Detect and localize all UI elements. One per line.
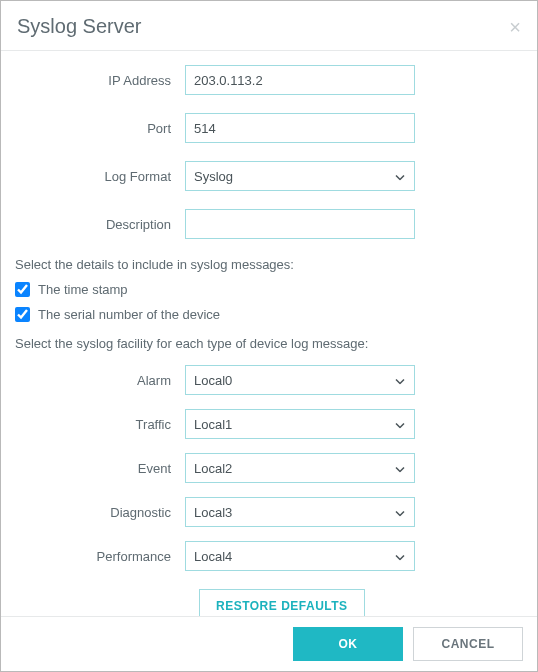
dialog-body: IP Address Port Log Format Syslog Descri… [1,51,537,616]
row-diagnostic: Diagnostic Local3 [15,497,523,527]
label-checkbox-timestamp: The time stamp [38,282,128,297]
select-log-format[interactable]: Syslog [185,161,415,191]
row-ip-address: IP Address [15,65,523,95]
row-port: Port [15,113,523,143]
dialog-footer: OK CANCEL [1,616,537,671]
label-event: Event [15,461,185,476]
spacer [15,589,199,616]
ok-button[interactable]: OK [293,627,403,661]
checkbox-serial[interactable] [15,307,30,322]
select-traffic[interactable]: Local1 [185,409,415,439]
syslog-server-dialog: Syslog Server × IP Address Port Log Form… [0,0,538,672]
label-alarm: Alarm [15,373,185,388]
row-performance: Performance Local4 [15,541,523,571]
dialog-title: Syslog Server [17,15,142,38]
input-description[interactable] [185,209,415,239]
row-event: Event Local2 [15,453,523,483]
restore-row: RESTORE DEFAULTS [15,589,523,616]
include-section-text: Select the details to include in syslog … [15,257,523,272]
select-event[interactable]: Local2 [185,453,415,483]
cancel-button[interactable]: CANCEL [413,627,523,661]
dialog-header: Syslog Server × [1,1,537,51]
close-icon[interactable]: × [509,17,521,37]
row-alarm: Alarm Local0 [15,365,523,395]
select-diagnostic[interactable]: Local3 [185,497,415,527]
row-description: Description [15,209,523,239]
label-diagnostic: Diagnostic [15,505,185,520]
label-performance: Performance [15,549,185,564]
select-wrap-diagnostic: Local3 [185,497,415,527]
restore-defaults-button[interactable]: RESTORE DEFAULTS [199,589,365,616]
label-checkbox-serial: The serial number of the device [38,307,220,322]
check-row-serial: The serial number of the device [15,307,523,322]
checkbox-timestamp[interactable] [15,282,30,297]
select-wrap-alarm: Local0 [185,365,415,395]
label-log-format: Log Format [15,169,185,184]
select-alarm[interactable]: Local0 [185,365,415,395]
label-ip-address: IP Address [15,73,185,88]
select-wrap-log-format: Syslog [185,161,415,191]
row-log-format: Log Format Syslog [15,161,523,191]
input-port[interactable] [185,113,415,143]
row-traffic: Traffic Local1 [15,409,523,439]
label-description: Description [15,217,185,232]
select-wrap-event: Local2 [185,453,415,483]
check-row-timestamp: The time stamp [15,282,523,297]
select-performance[interactable]: Local4 [185,541,415,571]
select-wrap-traffic: Local1 [185,409,415,439]
select-wrap-performance: Local4 [185,541,415,571]
label-port: Port [15,121,185,136]
facility-section-text: Select the syslog facility for each type… [15,336,523,351]
input-ip-address[interactable] [185,65,415,95]
label-traffic: Traffic [15,417,185,432]
